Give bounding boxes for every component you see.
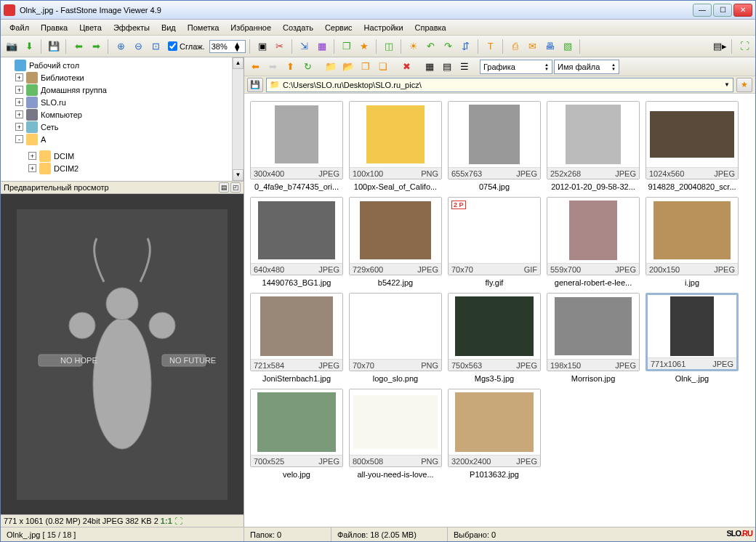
preview-expand-icon[interactable]: ◰ [230, 182, 241, 193]
menu-пометка[interactable]: Пометка [182, 23, 225, 32]
expand-icon[interactable]: + [15, 123, 23, 131]
thumbnail[interactable]: 70x70PNGlogo_slo.png [349, 293, 442, 383]
thumbnail[interactable]: 640x480JPEG14490763_BG1.jpg [250, 197, 343, 287]
tree-item[interactable]: +Библиотеки [2, 71, 242, 84]
view-thumbs-icon[interactable]: ▦ [422, 59, 438, 75]
delete-icon[interactable]: ✖ [398, 59, 414, 75]
minimize-button[interactable]: — [693, 4, 712, 17]
menu-создать[interactable]: Создать [277, 23, 319, 32]
thumbnail[interactable]: 100x100PNG100px-Seal_of_Califo... [349, 101, 442, 191]
preview-pane[interactable]: NO HOPENO FUTURE [1, 194, 244, 514]
menu-правка[interactable]: Правка [35, 23, 73, 32]
save-icon[interactable]: 💾 [46, 39, 62, 54]
thumbnail[interactable]: 721x584JPEGJoniSternbach1.jpg [250, 293, 343, 383]
wallpaper-icon[interactable]: ▧ [560, 39, 576, 54]
thumbnail[interactable]: 200x150JPEGi.jpg [646, 197, 739, 287]
flip-icon[interactable]: ⇵ [458, 39, 474, 54]
download-icon[interactable]: ⬇ [21, 39, 37, 54]
back-icon[interactable]: ⬅ [247, 59, 263, 75]
compare-icon[interactable]: ◫ [381, 39, 397, 54]
menu-справка[interactable]: Справка [409, 23, 452, 32]
thumbnail[interactable]: 700x525JPEGvelo.jpg [250, 389, 343, 479]
menu-файл[interactable]: Файл [4, 23, 35, 32]
thumbnail[interactable]: 1024x560JPEG914828_20040820_scr... [646, 101, 739, 191]
expand-icon[interactable]: + [15, 110, 23, 118]
zoom-in-icon[interactable]: ⊕ [113, 39, 129, 54]
tree-item[interactable]: -A [2, 133, 242, 145]
expand-icon[interactable]: + [28, 164, 36, 172]
preview-fit-icon[interactable]: ⛶ [174, 517, 182, 525]
tree-item[interactable]: +Компьютер [2, 108, 242, 121]
layout-icon[interactable]: ▤▸ [712, 39, 728, 54]
tree-item[interactable]: Рабочий стол [2, 59, 242, 71]
filter-dropdown[interactable]: Графика ▲▼ [480, 60, 552, 74]
forward-icon[interactable]: ➡ [265, 59, 281, 75]
move-icon[interactable]: ❏ [375, 59, 391, 75]
rotate-right-icon[interactable]: ↷ [441, 39, 457, 54]
thumbnail[interactable]: 198x150JPEGMorrison.jpg [547, 293, 640, 383]
resize-icon[interactable]: ⇲ [297, 39, 313, 54]
smooth-checkbox[interactable]: Сглаж. [168, 41, 205, 51]
tree-item[interactable]: +DCIM [2, 150, 242, 162]
menu-эффекты[interactable]: Эффекты [108, 23, 156, 32]
titlebar[interactable]: Olnk_.jpg - FastStone Image Viewer 4.9 —… [1, 1, 755, 20]
thumbnail[interactable]: 750x563JPEGMgs3-5.jpg [448, 293, 541, 383]
menu-вид[interactable]: Вид [156, 23, 182, 32]
text-icon[interactable]: T [483, 39, 499, 54]
menu-избранное[interactable]: Избранное [225, 23, 277, 32]
select-icon[interactable]: ▣ [254, 39, 270, 54]
new-folder-icon[interactable]: 📁 [323, 59, 339, 75]
menu-сервис[interactable]: Сервис [319, 23, 358, 32]
thumbnail[interactable]: 300x400JPEG0_4fa9e_b747435_ori... [250, 101, 343, 191]
thumbnail[interactable]: 655x763JPEG0754.jpg [448, 101, 541, 191]
refresh-icon[interactable]: ↻ [299, 59, 315, 75]
menu-настройки[interactable]: Настройки [358, 23, 409, 32]
thumbnail[interactable]: 771x1061JPEGOlnk_.jpg [646, 293, 739, 383]
rotate-left-icon[interactable]: ↶ [423, 39, 439, 54]
menu-цвета[interactable]: Цвета [73, 23, 108, 32]
tree-scrollbar[interactable]: ▲▼ [232, 57, 244, 181]
drive-icon[interactable]: 💾 [247, 78, 263, 92]
close-button[interactable]: ✕ [733, 4, 752, 17]
print-icon[interactable]: 🖶 [542, 39, 558, 54]
zoom-input[interactable]: ▲▼ [209, 40, 246, 53]
maximize-button[interactable]: ☐ [713, 4, 732, 17]
fullscreen-icon[interactable]: ⛶ [736, 39, 752, 54]
preview-histogram-icon[interactable]: ▤ [219, 182, 229, 193]
acquire-icon[interactable]: 📷 [4, 39, 20, 54]
clone-icon[interactable]: ❐ [339, 39, 355, 54]
thumbnail-grid[interactable]: 300x400JPEG0_4fa9e_b747435_ori...100x100… [244, 94, 755, 527]
expand-icon[interactable]: + [15, 73, 23, 81]
next-icon[interactable]: ➡ [88, 39, 104, 54]
copy-icon[interactable]: ❐ [358, 59, 374, 75]
thumbnail[interactable]: 3200x2400JPEGP1013632.jpg [448, 389, 541, 479]
tag-icon[interactable]: ★ [356, 39, 372, 54]
brightness-icon[interactable]: ☀ [406, 39, 422, 54]
thumbnail[interactable]: 252x268JPEG2012-01-20_09-58-32... [547, 101, 640, 191]
zoom-out-icon[interactable]: ⊖ [130, 39, 146, 54]
tree-item[interactable]: +DCIM2 [2, 162, 242, 174]
expand-icon[interactable]: + [15, 86, 23, 94]
tree-item[interactable]: +Сеть [2, 121, 242, 133]
expand-icon[interactable]: - [15, 135, 23, 143]
canvas-icon[interactable]: ▦ [314, 39, 330, 54]
fav-folder-icon[interactable]: 📂 [340, 59, 356, 75]
tree-item[interactable]: +SLO.ru [2, 96, 242, 108]
view-list-icon[interactable]: ▤ [439, 59, 455, 75]
thumbnail[interactable]: 729x600JPEGb5422.jpg [349, 197, 442, 287]
thumbnail[interactable]: 2 P70x70GIFfly.gif [448, 197, 541, 287]
sort-dropdown[interactable]: Имя файла ▲▼ [554, 60, 619, 74]
folder-tree[interactable]: Рабочий стол+Библиотеки+Домашняя группа+… [1, 57, 244, 181]
expand-icon[interactable]: + [15, 98, 23, 106]
prev-icon[interactable]: ⬅ [71, 39, 87, 54]
expand-icon[interactable]: + [28, 152, 36, 160]
scanner-icon[interactable]: ⎙ [507, 39, 523, 54]
crop-icon[interactable]: ✂ [272, 39, 288, 54]
favorite-button[interactable]: ★ [736, 78, 752, 92]
tree-item[interactable]: +Домашняя группа [2, 84, 242, 96]
view-details-icon[interactable]: ☰ [457, 59, 472, 75]
zoom-fit-icon[interactable]: ⊡ [148, 39, 164, 54]
thumbnail[interactable]: 800x508PNGall-you-need-is-love... [349, 389, 442, 479]
up-icon[interactable]: ⬆ [282, 59, 298, 75]
email-icon[interactable]: ✉ [525, 39, 541, 54]
